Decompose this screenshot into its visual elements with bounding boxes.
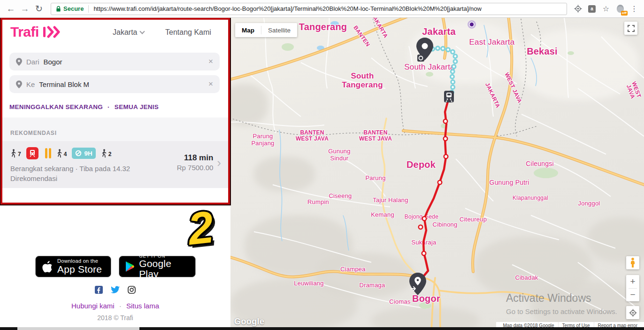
poi-dot-purple — [468, 20, 476, 29]
lock-icon — [56, 6, 61, 12]
secure-indicator[interactable]: Secure — [56, 5, 84, 12]
url-divider — [88, 5, 89, 13]
route-recommended-info: Direkomendasi — [10, 174, 57, 182]
my-location-button[interactable] — [626, 306, 639, 319]
train-station-icon — [444, 91, 454, 102]
forward-button[interactable]: → — [18, 2, 32, 16]
twitter-icon[interactable] — [111, 286, 120, 294]
walking-person-icon — [10, 149, 16, 158]
train-route-line — [418, 102, 448, 283]
chevron-down-icon — [140, 29, 145, 34]
extension-off-badge: off — [621, 11, 628, 16]
route-depart-info: Berangkat sekarang · Tiba pada 14.32 — [10, 165, 130, 173]
back-button[interactable]: ← — [4, 2, 18, 16]
route-duration: 118 min — [177, 153, 214, 163]
url-text: https://www.trafi.com/id/jakarta/route-s… — [93, 5, 482, 12]
map-pin-icon — [16, 80, 22, 88]
about-link-label: Tentang Kami — [165, 28, 211, 37]
map-type-control: Map Satellite — [235, 23, 297, 37]
google-play-icon — [126, 261, 134, 272]
route-layer — [230, 18, 644, 330]
walk-minutes: 4 — [64, 151, 67, 158]
from-label: Dari — [26, 58, 39, 66]
walk-segment: 7 — [10, 149, 21, 158]
location-target-icon[interactable] — [572, 3, 584, 15]
bookmark-star-icon[interactable]: ☆ — [600, 3, 612, 15]
fullscreen-button[interactable] — [624, 22, 637, 35]
train-icon — [29, 149, 36, 157]
destination-pin — [416, 38, 433, 62]
map-tab[interactable]: Map — [235, 27, 261, 34]
horizontal-scrollbar-thumb[interactable] — [17, 327, 139, 330]
google-logo: Google — [234, 317, 264, 327]
route-stops — [419, 119, 448, 255]
clear-from-icon[interactable]: × — [208, 57, 213, 66]
from-input[interactable]: Dari Bogor × — [9, 53, 220, 71]
ticket-bars — [45, 148, 51, 158]
to-input[interactable]: Ke Terminal Blok M × — [9, 75, 220, 93]
commuter-logo-icon — [75, 150, 82, 157]
origin-pin — [409, 273, 426, 295]
googleplay-badge[interactable]: GET IT ON Google Play — [119, 256, 196, 277]
google-map[interactable]: TangerangJakartaEast JakartaBekasiSouth … — [230, 18, 644, 330]
walk-segment: 4 — [56, 149, 67, 158]
commuter-line-badge: 9H — [72, 148, 95, 159]
apple-icon — [42, 260, 53, 273]
extension-icon[interactable]: off — [614, 3, 626, 15]
contact-link[interactable]: Hubungi kami — [71, 302, 115, 310]
zoom-out-button[interactable]: − — [626, 289, 639, 302]
map-pin-icon — [16, 58, 22, 66]
city-selector-label: Jakarta — [113, 28, 137, 37]
link-separator: · — [107, 103, 110, 110]
address-bar[interactable]: Secure https://www.trafi.com/id/jakarta/… — [51, 3, 567, 15]
zoom-in-button[interactable]: + — [626, 275, 639, 288]
trafi-logo[interactable]: Trafi — [10, 24, 61, 40]
to-value: Terminal Blok M — [39, 80, 89, 88]
from-value: Bogor — [44, 58, 62, 66]
pegman-icon — [630, 258, 636, 268]
footer-separator: · — [116, 302, 124, 310]
walking-person-icon — [101, 149, 107, 158]
translate-icon[interactable]: a — [586, 3, 598, 15]
recommendation-header: REKOMENDASI — [10, 130, 57, 136]
my-location-icon — [629, 309, 637, 317]
route-result-card[interactable]: 7 4 — [0, 141, 230, 188]
trafi-logo-mark — [43, 26, 61, 38]
old-site-link[interactable]: Situs lama — [126, 302, 159, 310]
route-price: Rp 7500.00 — [177, 164, 214, 172]
streetview-pegman-button[interactable] — [626, 256, 639, 269]
walk-minutes: 7 — [18, 151, 21, 158]
leave-now-link[interactable]: MENINGGALKAN SEKARANG — [9, 103, 103, 110]
clear-to-icon[interactable]: × — [208, 79, 213, 89]
appstore-badge[interactable]: Download on the App Store — [35, 256, 111, 277]
bottom-window-edge — [0, 327, 644, 330]
secure-label: Secure — [63, 5, 84, 12]
browser-window: ← → ↻ Secure https://www.trafi.com/id/ja… — [0, 0, 644, 330]
city-selector[interactable]: Jakarta — [113, 28, 144, 37]
zoom-control: + − — [626, 275, 639, 301]
all-types-link[interactable]: SEMUA JENIS — [115, 103, 159, 110]
chevron-right-icon[interactable]: › — [217, 158, 221, 167]
about-link[interactable]: Tentang Kami — [165, 28, 211, 37]
browser-menu-icon[interactable]: ⋮ — [628, 3, 640, 15]
walk-segment: 2 — [101, 149, 112, 158]
train-line-badge — [26, 147, 38, 159]
browser-toolbar: ← → ↻ Secure https://www.trafi.com/id/ja… — [0, 0, 644, 18]
walking-person-icon — [56, 149, 62, 158]
refresh-button[interactable]: ↻ — [32, 2, 46, 16]
googleplay-title: Google Play — [139, 259, 189, 279]
line-code: 9H — [84, 150, 92, 157]
fullscreen-icon — [628, 25, 635, 32]
appstore-title: App Store — [57, 264, 102, 275]
copyright-text: 2018 © Trafi — [0, 314, 230, 322]
facebook-icon[interactable] — [95, 286, 103, 294]
annotation-step-number: 2 — [185, 201, 216, 255]
walk-minutes: 2 — [108, 151, 112, 158]
to-label: Ke — [26, 80, 35, 88]
recommendation-section: REKOMENDASI — [0, 118, 230, 141]
instagram-icon[interactable] — [128, 286, 136, 294]
trafi-side-panel: Trafi Jakarta Tentang Kami Dari Bogor × — [0, 18, 230, 330]
walking-route-dots — [428, 48, 455, 96]
trafi-wordmark: Trafi — [10, 24, 39, 40]
satellite-tab[interactable]: Satellite — [261, 27, 297, 34]
